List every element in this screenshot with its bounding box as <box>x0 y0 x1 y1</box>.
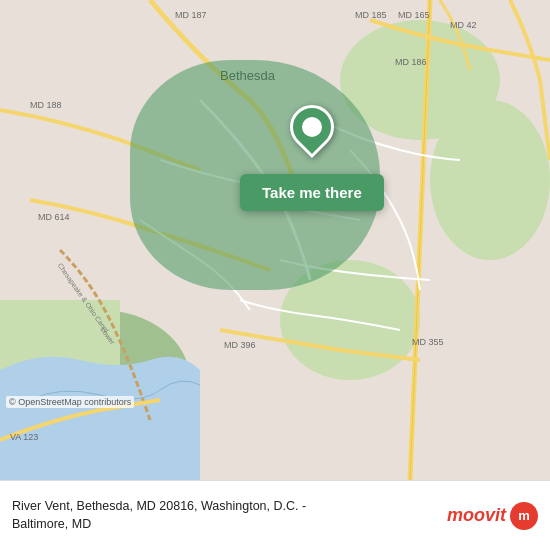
address-block: River Vent, Bethesda, MD 20816, Washingt… <box>12 498 447 533</box>
svg-text:MD 185: MD 185 <box>355 10 387 20</box>
moovit-icon: m <box>510 502 538 530</box>
svg-text:MD 42: MD 42 <box>450 20 477 30</box>
moovit-logo: moovit m <box>447 502 538 530</box>
map-pin <box>290 105 334 160</box>
pin-inner-dot <box>298 113 326 141</box>
osm-credit: © OpenStreetMap contributors <box>6 396 134 408</box>
svg-text:MD 187: MD 187 <box>175 10 207 20</box>
moovit-label: moovit <box>447 505 506 526</box>
location-pin-container: Take me there <box>240 105 384 211</box>
svg-text:VA 123: VA 123 <box>10 432 38 442</box>
svg-text:MD 355: MD 355 <box>412 337 444 347</box>
svg-text:MD 186: MD 186 <box>395 57 427 67</box>
svg-text:MD 188: MD 188 <box>30 100 62 110</box>
svg-text:MD 396: MD 396 <box>224 340 256 350</box>
address-line-2: Baltimore, MD <box>12 516 447 534</box>
pin-circle <box>281 96 343 158</box>
bottom-bar: River Vent, Bethesda, MD 20816, Washingt… <box>0 480 550 550</box>
map-container: MD 187 MD 188 MD 614 MD 396 MD 165 MD 18… <box>0 0 550 480</box>
address-line-1: River Vent, Bethesda, MD 20816, Washingt… <box>12 498 447 516</box>
svg-point-2 <box>430 100 550 260</box>
svg-text:MD 614: MD 614 <box>38 212 70 222</box>
take-me-there-button[interactable]: Take me there <box>240 174 384 211</box>
svg-text:MD 165: MD 165 <box>398 10 430 20</box>
